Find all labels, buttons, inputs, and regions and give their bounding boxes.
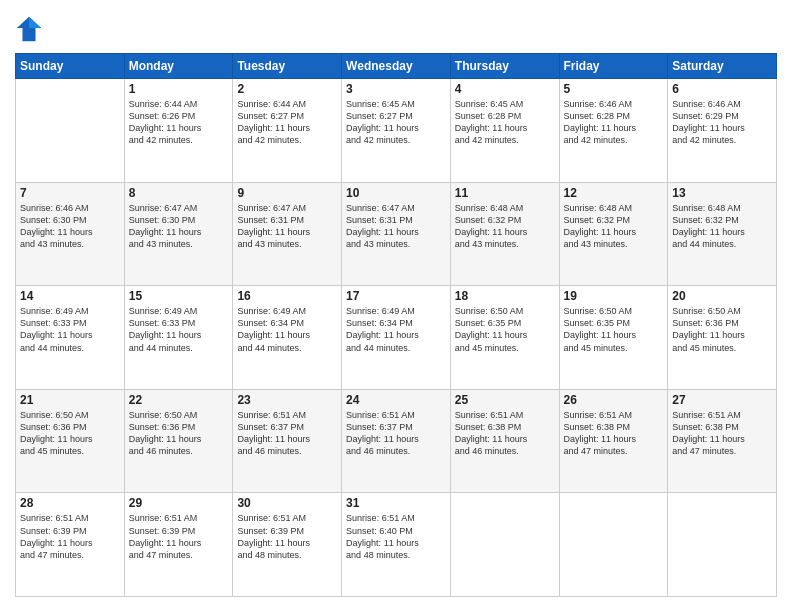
calendar-cell: 12Sunrise: 6:48 AM Sunset: 6:32 PM Dayli… [559, 182, 668, 286]
day-number: 12 [564, 186, 664, 200]
calendar-cell: 11Sunrise: 6:48 AM Sunset: 6:32 PM Dayli… [450, 182, 559, 286]
day-content: Sunrise: 6:50 AM Sunset: 6:36 PM Dayligh… [129, 409, 229, 458]
day-content: Sunrise: 6:47 AM Sunset: 6:30 PM Dayligh… [129, 202, 229, 251]
calendar-cell: 23Sunrise: 6:51 AM Sunset: 6:37 PM Dayli… [233, 389, 342, 493]
day-number: 6 [672, 82, 772, 96]
day-content: Sunrise: 6:49 AM Sunset: 6:34 PM Dayligh… [237, 305, 337, 354]
day-number: 24 [346, 393, 446, 407]
day-content: Sunrise: 6:50 AM Sunset: 6:35 PM Dayligh… [455, 305, 555, 354]
day-content: Sunrise: 6:48 AM Sunset: 6:32 PM Dayligh… [672, 202, 772, 251]
week-row-1: 7Sunrise: 6:46 AM Sunset: 6:30 PM Daylig… [16, 182, 777, 286]
day-content: Sunrise: 6:46 AM Sunset: 6:29 PM Dayligh… [672, 98, 772, 147]
calendar-cell: 7Sunrise: 6:46 AM Sunset: 6:30 PM Daylig… [16, 182, 125, 286]
calendar-cell: 5Sunrise: 6:46 AM Sunset: 6:28 PM Daylig… [559, 79, 668, 183]
week-row-3: 21Sunrise: 6:50 AM Sunset: 6:36 PM Dayli… [16, 389, 777, 493]
calendar-cell: 2Sunrise: 6:44 AM Sunset: 6:27 PM Daylig… [233, 79, 342, 183]
calendar: SundayMondayTuesdayWednesdayThursdayFrid… [15, 53, 777, 597]
day-content: Sunrise: 6:44 AM Sunset: 6:26 PM Dayligh… [129, 98, 229, 147]
calendar-cell: 29Sunrise: 6:51 AM Sunset: 6:39 PM Dayli… [124, 493, 233, 597]
day-content: Sunrise: 6:51 AM Sunset: 6:38 PM Dayligh… [672, 409, 772, 458]
calendar-cell: 15Sunrise: 6:49 AM Sunset: 6:33 PM Dayli… [124, 286, 233, 390]
day-number: 27 [672, 393, 772, 407]
day-content: Sunrise: 6:44 AM Sunset: 6:27 PM Dayligh… [237, 98, 337, 147]
logo [15, 15, 47, 43]
calendar-cell: 27Sunrise: 6:51 AM Sunset: 6:38 PM Dayli… [668, 389, 777, 493]
day-number: 25 [455, 393, 555, 407]
day-number: 29 [129, 496, 229, 510]
day-content: Sunrise: 6:46 AM Sunset: 6:28 PM Dayligh… [564, 98, 664, 147]
calendar-cell: 25Sunrise: 6:51 AM Sunset: 6:38 PM Dayli… [450, 389, 559, 493]
day-content: Sunrise: 6:49 AM Sunset: 6:33 PM Dayligh… [20, 305, 120, 354]
weekday-header-saturday: Saturday [668, 54, 777, 79]
day-number: 21 [20, 393, 120, 407]
week-row-0: 1Sunrise: 6:44 AM Sunset: 6:26 PM Daylig… [16, 79, 777, 183]
logo-icon [15, 15, 43, 43]
calendar-cell: 9Sunrise: 6:47 AM Sunset: 6:31 PM Daylig… [233, 182, 342, 286]
weekday-header-tuesday: Tuesday [233, 54, 342, 79]
page: SundayMondayTuesdayWednesdayThursdayFrid… [0, 0, 792, 612]
calendar-cell: 28Sunrise: 6:51 AM Sunset: 6:39 PM Dayli… [16, 493, 125, 597]
day-content: Sunrise: 6:51 AM Sunset: 6:37 PM Dayligh… [237, 409, 337, 458]
calendar-cell: 18Sunrise: 6:50 AM Sunset: 6:35 PM Dayli… [450, 286, 559, 390]
calendar-cell [16, 79, 125, 183]
day-content: Sunrise: 6:51 AM Sunset: 6:39 PM Dayligh… [237, 512, 337, 561]
day-content: Sunrise: 6:47 AM Sunset: 6:31 PM Dayligh… [346, 202, 446, 251]
day-content: Sunrise: 6:45 AM Sunset: 6:27 PM Dayligh… [346, 98, 446, 147]
calendar-cell: 4Sunrise: 6:45 AM Sunset: 6:28 PM Daylig… [450, 79, 559, 183]
day-number: 10 [346, 186, 446, 200]
day-content: Sunrise: 6:45 AM Sunset: 6:28 PM Dayligh… [455, 98, 555, 147]
day-content: Sunrise: 6:46 AM Sunset: 6:30 PM Dayligh… [20, 202, 120, 251]
day-number: 8 [129, 186, 229, 200]
day-content: Sunrise: 6:51 AM Sunset: 6:39 PM Dayligh… [20, 512, 120, 561]
calendar-cell: 26Sunrise: 6:51 AM Sunset: 6:38 PM Dayli… [559, 389, 668, 493]
day-number: 19 [564, 289, 664, 303]
day-number: 5 [564, 82, 664, 96]
day-content: Sunrise: 6:51 AM Sunset: 6:39 PM Dayligh… [129, 512, 229, 561]
day-number: 17 [346, 289, 446, 303]
weekday-header-thursday: Thursday [450, 54, 559, 79]
day-number: 23 [237, 393, 337, 407]
day-number: 28 [20, 496, 120, 510]
calendar-cell: 10Sunrise: 6:47 AM Sunset: 6:31 PM Dayli… [342, 182, 451, 286]
weekday-header-friday: Friday [559, 54, 668, 79]
day-content: Sunrise: 6:48 AM Sunset: 6:32 PM Dayligh… [564, 202, 664, 251]
calendar-cell: 22Sunrise: 6:50 AM Sunset: 6:36 PM Dayli… [124, 389, 233, 493]
week-row-2: 14Sunrise: 6:49 AM Sunset: 6:33 PM Dayli… [16, 286, 777, 390]
header [15, 15, 777, 43]
day-number: 20 [672, 289, 772, 303]
day-number: 7 [20, 186, 120, 200]
day-number: 4 [455, 82, 555, 96]
day-content: Sunrise: 6:51 AM Sunset: 6:38 PM Dayligh… [564, 409, 664, 458]
day-number: 16 [237, 289, 337, 303]
weekday-header-monday: Monday [124, 54, 233, 79]
weekday-header-row: SundayMondayTuesdayWednesdayThursdayFrid… [16, 54, 777, 79]
calendar-cell: 24Sunrise: 6:51 AM Sunset: 6:37 PM Dayli… [342, 389, 451, 493]
week-row-4: 28Sunrise: 6:51 AM Sunset: 6:39 PM Dayli… [16, 493, 777, 597]
day-number: 26 [564, 393, 664, 407]
day-number: 11 [455, 186, 555, 200]
calendar-cell: 8Sunrise: 6:47 AM Sunset: 6:30 PM Daylig… [124, 182, 233, 286]
calendar-cell: 13Sunrise: 6:48 AM Sunset: 6:32 PM Dayli… [668, 182, 777, 286]
day-number: 2 [237, 82, 337, 96]
calendar-cell: 31Sunrise: 6:51 AM Sunset: 6:40 PM Dayli… [342, 493, 451, 597]
day-content: Sunrise: 6:51 AM Sunset: 6:38 PM Dayligh… [455, 409, 555, 458]
day-number: 30 [237, 496, 337, 510]
calendar-cell: 21Sunrise: 6:50 AM Sunset: 6:36 PM Dayli… [16, 389, 125, 493]
day-content: Sunrise: 6:49 AM Sunset: 6:34 PM Dayligh… [346, 305, 446, 354]
calendar-cell: 3Sunrise: 6:45 AM Sunset: 6:27 PM Daylig… [342, 79, 451, 183]
calendar-cell: 17Sunrise: 6:49 AM Sunset: 6:34 PM Dayli… [342, 286, 451, 390]
day-number: 31 [346, 496, 446, 510]
day-content: Sunrise: 6:48 AM Sunset: 6:32 PM Dayligh… [455, 202, 555, 251]
calendar-cell: 14Sunrise: 6:49 AM Sunset: 6:33 PM Dayli… [16, 286, 125, 390]
day-number: 14 [20, 289, 120, 303]
day-number: 3 [346, 82, 446, 96]
calendar-cell: 1Sunrise: 6:44 AM Sunset: 6:26 PM Daylig… [124, 79, 233, 183]
day-content: Sunrise: 6:50 AM Sunset: 6:36 PM Dayligh… [672, 305, 772, 354]
calendar-cell: 16Sunrise: 6:49 AM Sunset: 6:34 PM Dayli… [233, 286, 342, 390]
day-number: 1 [129, 82, 229, 96]
calendar-cell: 30Sunrise: 6:51 AM Sunset: 6:39 PM Dayli… [233, 493, 342, 597]
calendar-cell [450, 493, 559, 597]
weekday-header-wednesday: Wednesday [342, 54, 451, 79]
day-content: Sunrise: 6:47 AM Sunset: 6:31 PM Dayligh… [237, 202, 337, 251]
day-number: 18 [455, 289, 555, 303]
